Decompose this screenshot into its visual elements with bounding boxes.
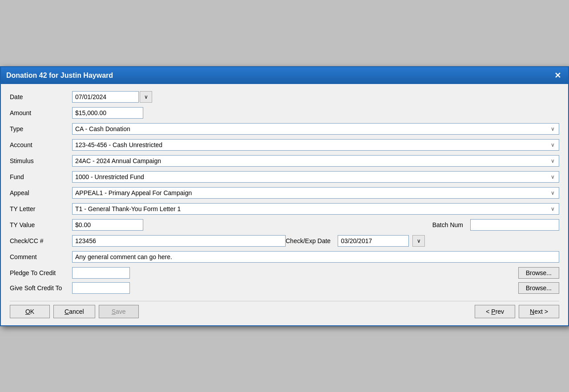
fund-row: Fund 1000 - Unrestricted Fund xyxy=(10,171,559,183)
stimulus-label: Stimulus xyxy=(10,157,72,164)
give-soft-credit-label: Give Soft Credit To xyxy=(10,284,72,292)
check-exp-date-input[interactable] xyxy=(338,235,409,247)
soft-credit-row: Give Soft Credit To Browse... xyxy=(10,282,559,294)
title-bar: Donation 42 for Justin Hayward ✕ xyxy=(1,67,568,84)
ty-value-label: TY Value xyxy=(10,221,72,228)
donation-dialog: Donation 42 for Justin Hayward ✕ Date ∨ … xyxy=(0,66,569,326)
ty-letter-row: TY Letter T1 - General Thank-You Form Le… xyxy=(10,203,559,215)
check-exp-section: Check/Exp Date ∨ xyxy=(286,235,559,247)
stimulus-select[interactable]: 24AC - 2024 Annual Campaign xyxy=(72,155,559,167)
pledge-to-credit-input[interactable] xyxy=(72,267,130,279)
btn-left-group: OK Cancel Save xyxy=(10,305,139,318)
account-select[interactable]: 123-45-456 - Cash Unrestricted xyxy=(72,139,559,151)
ty-value-section: TY Value xyxy=(10,219,432,231)
amount-row: Amount xyxy=(10,107,559,119)
account-row: Account 123-45-456 - Cash Unrestricted xyxy=(10,139,559,151)
date-dropdown-btn[interactable]: ∨ xyxy=(140,91,152,103)
appeal-label: Appeal xyxy=(10,189,72,196)
soft-credit-browse-button[interactable]: Browse... xyxy=(518,282,559,294)
type-row: Type CA - Cash Donation xyxy=(10,123,559,135)
batch-num-input[interactable] xyxy=(470,219,559,231)
appeal-row: Appeal APPEAL1 - Primary Appeal For Camp… xyxy=(10,187,559,199)
date-input[interactable] xyxy=(72,91,139,103)
button-row: OK Cancel Save < Prev Next > xyxy=(10,301,559,318)
check-row: Check/CC # Check/Exp Date ∨ xyxy=(10,235,559,247)
check-exp-date-label: Check/Exp Date xyxy=(286,237,331,244)
comment-label: Comment xyxy=(10,253,72,260)
check-cc-input[interactable] xyxy=(72,235,286,247)
ok-button[interactable]: OK xyxy=(10,305,50,318)
next-label-rest: ext xyxy=(534,308,543,315)
give-soft-credit-input[interactable] xyxy=(72,282,130,294)
dialog-body: Date ∨ Amount Type CA - Cash Donation Ac… xyxy=(1,84,568,325)
check-cc-section: Check/CC # xyxy=(10,235,286,247)
stimulus-row: Stimulus 24AC - 2024 Annual Campaign xyxy=(10,155,559,167)
fund-select-wrap: 1000 - Unrestricted Fund xyxy=(72,171,559,183)
prev-button[interactable]: < Prev xyxy=(475,305,515,318)
pledge-row: Pledge To Credit Browse... xyxy=(10,267,559,279)
close-button[interactable]: ✕ xyxy=(553,71,563,80)
pledge-to-credit-label: Pledge To Credit xyxy=(10,269,72,276)
ty-value-input[interactable] xyxy=(72,219,143,231)
batch-num-label: Batch Num xyxy=(432,221,463,228)
ty-letter-select-wrap: T1 - General Thank-You Form Letter 1 xyxy=(72,203,559,215)
save-button[interactable]: Save xyxy=(99,305,139,318)
pledge-browse-button[interactable]: Browse... xyxy=(518,267,559,279)
date-input-wrap: ∨ xyxy=(72,91,152,103)
fund-label: Fund xyxy=(10,173,72,180)
prev-underline: P xyxy=(491,308,495,315)
type-select-wrap: CA - Cash Donation xyxy=(72,123,559,135)
cancel-underline: C xyxy=(65,308,69,315)
fund-select[interactable]: 1000 - Unrestricted Fund xyxy=(72,171,559,183)
next-underline: N xyxy=(530,308,534,315)
prev-label-rest: rev xyxy=(496,308,504,315)
date-label: Date xyxy=(10,93,72,100)
check-exp-date-dropdown-btn[interactable]: ∨ xyxy=(412,235,425,247)
ty-letter-label: TY Letter xyxy=(10,205,72,212)
ty-value-row: TY Value Batch Num xyxy=(10,219,559,231)
appeal-select-wrap: APPEAL1 - Primary Appeal For Campaign xyxy=(72,187,559,199)
type-label: Type xyxy=(10,125,72,132)
account-label: Account xyxy=(10,141,72,148)
ok-label-rest: K xyxy=(30,308,34,315)
amount-label: Amount xyxy=(10,109,72,116)
batch-num-section: Batch Num xyxy=(432,219,559,231)
ok-underline: O xyxy=(25,308,30,315)
cancel-button[interactable]: Cancel xyxy=(53,305,95,318)
save-underline: S xyxy=(112,308,116,315)
dialog-title: Donation 42 for Justin Hayward xyxy=(6,72,113,80)
date-row: Date ∨ xyxy=(10,91,559,103)
appeal-select[interactable]: APPEAL1 - Primary Appeal For Campaign xyxy=(72,187,559,199)
type-select[interactable]: CA - Cash Donation xyxy=(72,123,559,135)
next-button[interactable]: Next > xyxy=(519,305,559,318)
comment-row: Comment xyxy=(10,251,559,263)
stimulus-select-wrap: 24AC - 2024 Annual Campaign xyxy=(72,155,559,167)
comment-input[interactable] xyxy=(72,251,559,263)
ty-letter-select[interactable]: T1 - General Thank-You Form Letter 1 xyxy=(72,203,559,215)
cancel-label-rest: ancel xyxy=(69,308,84,315)
amount-input[interactable] xyxy=(72,107,143,119)
save-label-rest: ave xyxy=(116,308,126,315)
check-cc-label: Check/CC # xyxy=(10,237,72,244)
account-select-wrap: 123-45-456 - Cash Unrestricted xyxy=(72,139,559,151)
btn-right-group: < Prev Next > xyxy=(475,305,559,318)
